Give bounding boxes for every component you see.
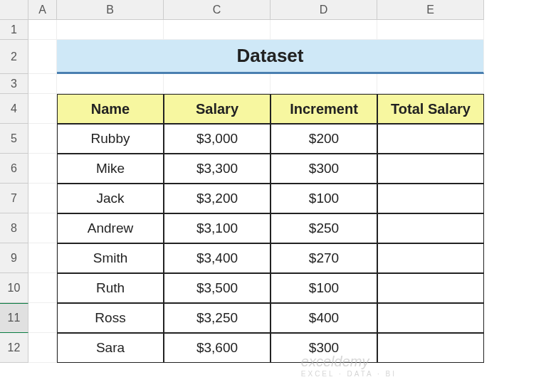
cell-d3[interactable] [271,74,377,94]
cell-a12[interactable] [28,333,57,363]
cell-a4[interactable] [28,94,57,124]
table-row[interactable]: $400 [271,303,377,333]
col-header-d[interactable]: D [271,0,377,20]
cell-a11[interactable] [28,303,57,333]
table-row[interactable]: $270 [271,243,377,273]
header-name[interactable]: Name [57,94,164,124]
cell-b1[interactable] [57,20,164,40]
table-row[interactable]: $200 [271,124,377,154]
col-header-a[interactable]: A [28,0,57,20]
table-row[interactable]: Mike [57,154,164,184]
col-header-b[interactable]: B [57,0,164,20]
cell-a8[interactable] [28,213,57,243]
header-increment[interactable]: Increment [271,94,377,124]
cell-a3[interactable] [28,74,57,94]
table-row[interactable]: $3,200 [164,184,271,213]
table-row[interactable]: Smith [57,243,164,273]
table-row[interactable]: Rubby [57,124,164,154]
table-row[interactable] [377,333,484,363]
cell-a2[interactable] [28,40,57,74]
cell-a1[interactable] [28,20,57,40]
row-header-11[interactable]: 11 [0,303,28,333]
cell-a5[interactable] [28,124,57,154]
table-row[interactable]: Andrew [57,213,164,243]
table-row[interactable]: $3,500 [164,273,271,303]
table-row[interactable]: Ruth [57,273,164,303]
table-row[interactable]: $300 [271,154,377,184]
cell-a6[interactable] [28,154,57,184]
row-header-8[interactable]: 8 [0,213,28,243]
header-total-salary[interactable]: Total Salary [377,94,484,124]
header-salary[interactable]: Salary [164,94,271,124]
table-row[interactable]: $100 [271,184,377,213]
table-row[interactable]: $3,000 [164,124,271,154]
table-row[interactable]: $3,300 [164,154,271,184]
cell-e1[interactable] [377,20,484,40]
row-header-4[interactable]: 4 [0,94,28,124]
col-header-e[interactable]: E [377,0,484,20]
table-row[interactable]: Jack [57,184,164,213]
row-header-3[interactable]: 3 [0,74,28,94]
table-row[interactable] [377,124,484,154]
table-row[interactable]: $300 [271,333,377,363]
row-header-6[interactable]: 6 [0,154,28,184]
row-header-7[interactable]: 7 [0,184,28,213]
cell-c1[interactable] [164,20,271,40]
cell-d1[interactable] [271,20,377,40]
row-header-10[interactable]: 10 [0,273,28,303]
spreadsheet-grid: A B C D E 1 2 Dataset 3 4 Name Salary In… [0,0,546,363]
cell-a7[interactable] [28,184,57,213]
table-row[interactable]: $250 [271,213,377,243]
cell-e3[interactable] [377,74,484,94]
table-row[interactable] [377,273,484,303]
select-all-corner[interactable] [0,0,28,20]
cell-a9[interactable] [28,243,57,273]
table-row[interactable]: $3,600 [164,333,271,363]
table-row[interactable] [377,243,484,273]
row-header-9[interactable]: 9 [0,243,28,273]
title-cell[interactable]: Dataset [57,40,484,74]
watermark-subtext: EXCEL · DATA · BI [301,370,397,378]
cell-a10[interactable] [28,273,57,303]
table-row[interactable]: $100 [271,273,377,303]
col-header-c[interactable]: C [164,0,271,20]
table-row[interactable] [377,154,484,184]
table-row[interactable] [377,184,484,213]
cell-b3[interactable] [57,74,164,94]
row-header-12[interactable]: 12 [0,333,28,363]
table-row[interactable] [377,303,484,333]
table-row[interactable]: $3,250 [164,303,271,333]
row-header-2[interactable]: 2 [0,40,28,74]
table-row[interactable]: $3,400 [164,243,271,273]
cell-c3[interactable] [164,74,271,94]
row-header-5[interactable]: 5 [0,124,28,154]
table-row[interactable]: $3,100 [164,213,271,243]
table-row[interactable]: Ross [57,303,164,333]
row-header-1[interactable]: 1 [0,20,28,40]
table-row[interactable]: Sara [57,333,164,363]
table-row[interactable] [377,213,484,243]
